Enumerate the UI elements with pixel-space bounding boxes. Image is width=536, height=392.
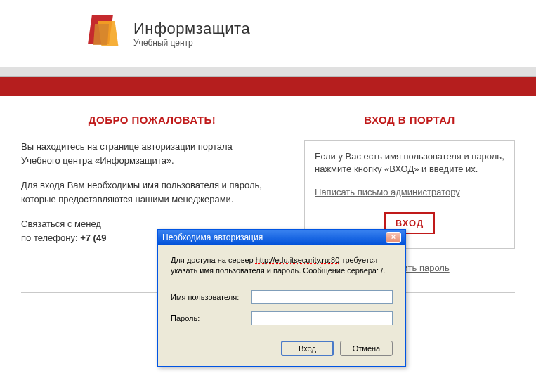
logo-text: Информзащита Учебный центр xyxy=(133,20,250,48)
close-icon[interactable]: × xyxy=(386,232,401,243)
brand-title: Информзащита xyxy=(133,20,250,38)
logo-icon xyxy=(84,14,123,53)
username-label: Имя пользователя: xyxy=(171,293,251,301)
welcome-heading: ДОБРО ПОЖАЛОВАТЬ! xyxy=(21,114,283,126)
phone-number: +7 (49 xyxy=(80,233,106,243)
dialog-url: http://edu.itsecurity.ru:80 xyxy=(256,256,340,264)
password-input[interactable] xyxy=(251,311,393,325)
top-divider xyxy=(0,67,536,77)
dialog-title-text: Необходима авторизация xyxy=(162,233,263,242)
login-info: Если у Вас есть имя пользователя и парол… xyxy=(315,150,504,176)
welcome-text-2: Для входа Вам необходимы имя пользовател… xyxy=(21,178,283,206)
red-bar xyxy=(0,77,536,96)
welcome-text-1: Вы находитесь на странице авторизации по… xyxy=(21,140,283,167)
dialog-titlebar[interactable]: Необходима авторизация × xyxy=(158,230,405,245)
dialog-message: Для доступа на сервер http://edu.itsecur… xyxy=(171,255,393,276)
brand-subtitle: Учебный центр xyxy=(133,38,250,48)
auth-dialog: Необходима авторизация × Для доступа на … xyxy=(157,229,406,367)
login-heading: ВХОД В ПОРТАЛ xyxy=(304,114,515,126)
username-input[interactable] xyxy=(251,290,393,304)
password-label: Пароль: xyxy=(171,314,251,322)
cancel-button[interactable]: Отмена xyxy=(340,341,393,356)
header: Информзащита Учебный центр xyxy=(0,0,536,67)
ok-button[interactable]: Вход xyxy=(281,341,334,356)
admin-email-link[interactable]: Написать письмо администратору xyxy=(315,187,460,197)
dialog-body: Для доступа на сервер http://edu.itsecur… xyxy=(158,245,405,366)
